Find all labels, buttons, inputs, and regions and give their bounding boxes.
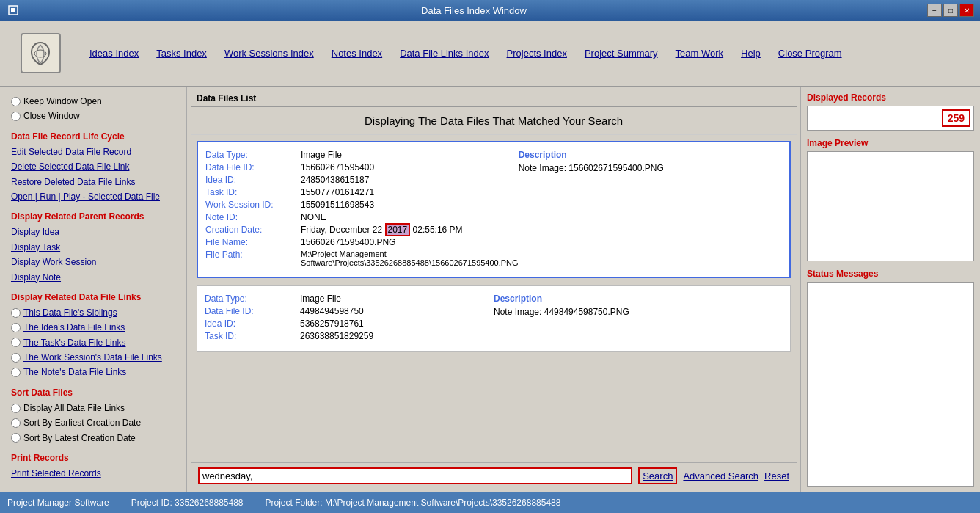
idea-links-option[interactable]: The Idea's Data File Links — [11, 320, 175, 335]
nav-close-program[interactable]: Close Program — [769, 45, 851, 62]
siblings-option[interactable]: This Data File's Siblings — [11, 305, 175, 320]
app-logo — [21, 33, 61, 73]
keep-window-radio[interactable] — [11, 97, 21, 106]
app-name: Project Manager Software — [7, 498, 109, 508]
search-button[interactable]: Search — [638, 467, 677, 484]
nav-ideas-index[interactable]: Ideas Index — [81, 45, 147, 62]
note-links-label[interactable]: The Note's Data File Links — [23, 365, 126, 379]
note-id-label: Note ID: — [205, 212, 301, 222]
image-preview-title: Image Preview — [807, 138, 974, 148]
file-path-label: File Path: — [205, 250, 301, 267]
close-window-radio[interactable] — [11, 112, 21, 121]
sidebar: Keep Window Open Close Window Data File … — [0, 87, 187, 492]
lifecycle-title: Data File Record Life Cycle — [11, 131, 175, 142]
advanced-search-link[interactable]: Advanced Search — [683, 470, 758, 481]
record-card-1[interactable]: Data Type: Image File Data File ID: 1566… — [197, 141, 791, 278]
file-path-value: M:\Project Management Software\Projects\… — [301, 250, 519, 267]
record-2-data-type: Data Type: Image File — [205, 294, 494, 304]
image-preview-box — [807, 151, 974, 261]
nav-data-file-links-index[interactable]: Data File Links Index — [391, 45, 497, 62]
restore-links-link[interactable]: Restore Deleted Data File Links — [11, 175, 175, 189]
latest-label: Sort By Latest Creation Date — [23, 431, 136, 445]
nav-team-work[interactable]: Team Work — [667, 45, 733, 62]
display-idea-link[interactable]: Display Idea — [11, 225, 175, 239]
record-1-file-name: File Name: 156602671595400.PNG — [205, 237, 519, 247]
latest-radio[interactable] — [11, 433, 21, 443]
record-1-description: Note Image: 156602671595400.PNG — [519, 163, 782, 173]
record-1-desc-header: Description — [519, 150, 782, 160]
work-session-id-value: 155091511698543 — [301, 200, 374, 210]
record-2-grid: Data Type: Image File Data File ID: 4498… — [205, 294, 783, 343]
edit-record-link[interactable]: Edit Selected Data File Record — [11, 145, 175, 159]
task-links-option[interactable]: The Task's Data File Links — [11, 335, 175, 350]
right-panel: Displayed Records 259 Image Preview Stat… — [800, 87, 980, 492]
record-2-right: Description Note Image: 4498494598750.PN… — [494, 294, 783, 343]
nav-projects-index[interactable]: Projects Index — [498, 45, 576, 62]
records-count: 259 — [942, 109, 970, 127]
idea-links-radio[interactable] — [11, 323, 21, 332]
idea-links-label[interactable]: The Idea's Data File Links — [23, 320, 125, 335]
file-id-label: Data File ID: — [205, 162, 301, 172]
data-files-list-header: Data Files List — [191, 90, 797, 107]
siblings-label[interactable]: This Data File's Siblings — [23, 305, 117, 320]
work-session-links-label[interactable]: The Work Session's Data File Links — [23, 350, 162, 365]
siblings-radio[interactable] — [11, 308, 21, 318]
record-2-description: Note Image: 4498494598750.PNG — [494, 307, 783, 317]
display-all-radio[interactable] — [11, 404, 21, 413]
close-window-option[interactable]: Close Window — [11, 109, 175, 123]
r2-task-id-value: 263638851829259 — [300, 331, 373, 341]
work-session-links-option[interactable]: The Work Session's Data File Links — [11, 350, 175, 365]
display-work-session-link[interactable]: Display Work Session — [11, 255, 175, 269]
delete-link-link[interactable]: Delete Selected Data File Link — [11, 159, 175, 174]
display-all-option[interactable]: Display All Data File Links — [11, 401, 175, 415]
nav-notes-index[interactable]: Notes Index — [323, 45, 391, 62]
nav-project-summary[interactable]: Project Summary — [576, 45, 667, 62]
search-input[interactable] — [202, 470, 628, 481]
work-session-links-radio[interactable] — [11, 353, 21, 363]
note-links-radio[interactable] — [11, 368, 21, 377]
minimize-button[interactable]: − — [927, 4, 942, 17]
record-1-left: Data Type: Image File Data File ID: 1566… — [205, 150, 519, 269]
close-window-label: Close Window — [23, 109, 80, 123]
record-1-creation-date: Creation Date: Friday, December 22 2017 … — [205, 225, 519, 235]
keep-window-open-option[interactable]: Keep Window Open — [11, 94, 175, 109]
nav-work-sessions-index[interactable]: Work Sessions Index — [216, 45, 323, 62]
main-area: Keep Window Open Close Window Data File … — [0, 87, 980, 492]
display-note-link[interactable]: Display Note — [11, 270, 175, 285]
search-bar: Search Advanced Search Reset — [191, 462, 797, 489]
r2-task-id-label: Task ID: — [205, 331, 300, 341]
maximize-button[interactable]: □ — [943, 4, 958, 17]
record-1-idea-id: Idea ID: 24850438615187 — [205, 175, 519, 185]
print-title: Print Records — [11, 453, 175, 463]
window-title: Data Files Index Window — [21, 5, 927, 16]
record-2-left: Data Type: Image File Data File ID: 4498… — [205, 294, 494, 343]
data-file-links-title: Display Related Data File Links — [11, 292, 175, 302]
record-2-file-id: Data File ID: 4498494598750 — [205, 306, 494, 316]
r2-file-id-value: 4498494598750 — [300, 306, 364, 316]
record-1-note-id: Note ID: NONE — [205, 212, 519, 222]
note-links-option[interactable]: The Note's Data File Links — [11, 365, 175, 379]
print-records-link[interactable]: Print Selected Records — [11, 466, 175, 481]
record-card-2[interactable]: Data Type: Image File Data File ID: 4498… — [197, 285, 791, 352]
open-run-play-link[interactable]: Open | Run | Play - Selected Data File — [11, 189, 175, 204]
status-messages-box — [807, 282, 974, 487]
task-links-radio[interactable] — [11, 338, 21, 347]
idea-id-value: 24850438615187 — [301, 175, 369, 185]
earliest-option[interactable]: Sort By Earliest Creation Date — [11, 415, 175, 430]
close-button[interactable]: ✕ — [959, 4, 974, 17]
nav-tasks-index[interactable]: Tasks Index — [147, 45, 216, 62]
project-id: Project ID: 33526268885488 — [131, 498, 244, 508]
data-type-value: Image File — [301, 150, 342, 160]
idea-id-label: Idea ID: — [205, 175, 301, 185]
sort-title: Sort Data Files — [11, 388, 175, 398]
record-1-file-path: File Path: M:\Project Management Softwar… — [205, 250, 519, 267]
r2-file-id-label: Data File ID: — [205, 306, 300, 316]
task-id-value: 155077701614271 — [301, 187, 374, 197]
nav-help[interactable]: Help — [732, 45, 769, 62]
task-links-label[interactable]: The Task's Data File Links — [23, 335, 125, 350]
earliest-radio[interactable] — [11, 418, 21, 428]
reset-link[interactable]: Reset — [764, 470, 789, 481]
latest-option[interactable]: Sort By Latest Creation Date — [11, 431, 175, 445]
display-task-link[interactable]: Display Task — [11, 240, 175, 255]
creation-date-rest: 02:55:16 PM — [410, 225, 462, 235]
